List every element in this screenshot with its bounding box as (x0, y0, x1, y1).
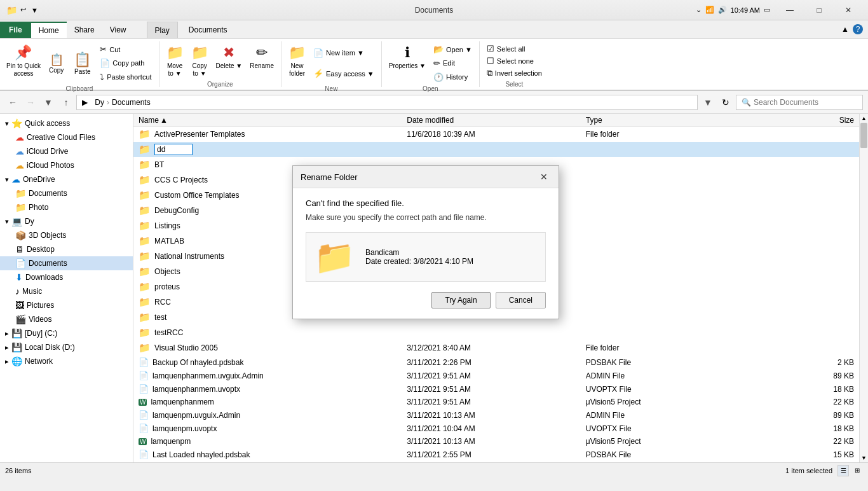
scrollbar-thumb[interactable] (860, 123, 867, 148)
table-row[interactable]: Wlamquenpm 3/11/2021 10:13 AM μVision5 P… (133, 435, 859, 448)
network-icon: 📶 (705, 6, 714, 14)
nav-item-3d-objects[interactable]: 📦 3D Objects (0, 228, 133, 242)
pin-to-quick-access-button[interactable]: 📌 Pin to Quickaccess (4, 43, 43, 80)
forward-button[interactable]: → (23, 95, 38, 110)
copy-button[interactable]: 📋 Copy (44, 51, 68, 76)
properties-button[interactable]: ℹ Properties ▼ (386, 43, 429, 71)
delete-button[interactable]: ✖ Delete ▼ (213, 43, 246, 71)
scrollbar-down[interactable]: ▼ (860, 453, 869, 462)
details-view-button[interactable]: ☰ (837, 465, 849, 476)
table-row[interactable]: 📁Visual Studio 2005 3/12/2021 8:40 AM Fi… (133, 340, 859, 356)
system-tray: ⌄ 📶 🔊 10:49 AM ▭ (696, 6, 770, 14)
cut-button[interactable]: ✂Cut (97, 43, 154, 55)
select-all-button[interactable]: ☑Select all (484, 43, 545, 55)
tab-play[interactable]: Play (147, 22, 178, 38)
table-row[interactable]: 📄Last Loaded nhayled.pdsbak 3/11/2021 2:… (133, 448, 859, 461)
nav-item-pictures[interactable]: 🖼 Pictures (0, 298, 133, 312)
select-none-button[interactable]: ☐Select none (484, 55, 545, 67)
tiles-view-button[interactable]: ⊞ (851, 465, 863, 476)
nav-item-desktop[interactable]: 🖥 Desktop (0, 242, 133, 256)
nav-item-photo[interactable]: 📁 Photo (0, 200, 133, 214)
new-item-button[interactable]: 📄New item ▼ (310, 47, 377, 59)
col-header-type[interactable]: Type (586, 116, 765, 125)
file-name: BT (154, 160, 164, 169)
table-row[interactable]: 📁 (133, 142, 859, 157)
address-path[interactable]: ▶ Dy › Documents (76, 95, 698, 110)
title-bar-right: ⌄ 📶 🔊 10:49 AM ▭ — □ ✕ (696, 0, 863, 20)
try-again-button[interactable]: Try Again (431, 292, 490, 308)
nav-item-documents-onedrive[interactable]: 📁 Documents (0, 186, 133, 200)
nav-item-downloads[interactable]: ⬇ Downloads (0, 270, 133, 284)
ribbon-group-clipboard: 📌 Pin to Quickaccess 📋 Copy 📋 Paste ✂Cut (0, 41, 159, 87)
copy-to-button[interactable]: 📁 Copyto ▼ (188, 43, 212, 80)
up-button[interactable]: ↑ (58, 95, 74, 110)
paste-button[interactable]: 📋 Paste (69, 49, 95, 78)
new-folder-button[interactable]: 📁 Newfolder (285, 43, 309, 80)
search-input[interactable] (754, 98, 857, 107)
qat-undo[interactable]: ↩ (20, 6, 26, 14)
address-dropdown-button[interactable]: ▼ (700, 95, 715, 110)
close-button[interactable]: ✕ (834, 0, 863, 20)
table-row[interactable]: Wlamquenphanmem 3/11/2021 9:51 AM μVisio… (133, 396, 859, 408)
cancel-button[interactable]: Cancel (496, 292, 546, 308)
search-bar[interactable]: 🔍 (736, 95, 863, 110)
path-dy[interactable]: Dy (95, 98, 104, 107)
nav-item-icloud-photos[interactable]: ☁ iCloud Photos (0, 158, 133, 172)
minimize-button[interactable]: — (775, 0, 804, 20)
move-to-button[interactable]: 📁 Moveto ▼ (163, 43, 187, 80)
invert-selection-button[interactable]: ⧉Invert selection (484, 67, 545, 80)
nav-item-quick-access[interactable]: ▾ ⭐ Quick access (0, 116, 133, 130)
maximize-button[interactable]: □ (804, 0, 834, 20)
recent-locations-button[interactable]: ▼ (41, 95, 56, 110)
tab-home[interactable]: Home (31, 22, 67, 38)
history-button[interactable]: 🕐History (430, 71, 475, 83)
col-header-date[interactable]: Date modified (407, 116, 586, 125)
col-header-name[interactable]: Name ▲ (139, 116, 407, 125)
col-header-size[interactable]: Size (764, 116, 854, 125)
paste-shortcut-button[interactable]: ⤵Paste shortcut (97, 71, 154, 83)
qat-dropdown[interactable]: ▼ (31, 6, 38, 14)
table-row[interactable]: 📁testRCC (133, 325, 859, 340)
modal-error-desc: Make sure you specify the correct path a… (306, 213, 546, 222)
desktop-icon[interactable]: ▭ (764, 6, 770, 14)
tab-share[interactable]: Share (67, 22, 102, 38)
modal-close-button[interactable]: ✕ (537, 170, 551, 184)
scrollbar-up[interactable]: ▲ (860, 114, 869, 123)
copy-path-button[interactable]: 📄Copy path (97, 57, 154, 69)
nav-item-onedrive[interactable]: ▾ ☁ OneDrive (0, 172, 133, 186)
nav-item-documents-active[interactable]: 📄 Documents (0, 256, 133, 270)
nav-item-d-drive[interactable]: ▸ 💾 Local Disk (D:) (0, 340, 133, 354)
edit-button[interactable]: ✏Edit (430, 57, 475, 69)
nav-item-icloud-drive[interactable]: ☁ iCloud Drive (0, 144, 133, 158)
table-row[interactable]: Cmain 3/11/2021 10:04 AM C Source 1 KB (133, 461, 859, 462)
path-documents[interactable]: Documents (112, 98, 151, 107)
table-row[interactable]: 📄lamquenphanmem.uvguix.Admin 3/11/2021 9… (133, 369, 859, 382)
easy-access-button[interactable]: ⚡Easy access ▼ (310, 67, 377, 80)
file-name: RCC (154, 298, 171, 307)
rename-input[interactable] (154, 144, 193, 155)
ribbon-help-btn[interactable]: ? (853, 24, 863, 34)
file-name: lamquenphanmem.uvguix.Admin (153, 371, 264, 380)
table-row[interactable]: 📁 ActivePresenter Templates 11/6/2018 10… (133, 127, 859, 142)
nav-item-network[interactable]: ▸ 🌐 Network (0, 354, 133, 368)
refresh-button[interactable]: ↻ (718, 95, 733, 110)
table-row[interactable]: 📄lamquenphanmem.uvoptx 3/11/2021 9:51 AM… (133, 382, 859, 396)
tray-chevron[interactable]: ⌄ (696, 6, 702, 14)
table-row[interactable]: 📄Backup Of nhayled.pdsbak 3/11/2021 2:26… (133, 356, 859, 369)
nav-item-dy[interactable]: ▾ 💻 Dy (0, 214, 133, 228)
tab-view[interactable]: View (102, 22, 134, 38)
file-name: lamquenphanmem.uvoptx (153, 385, 240, 394)
ribbon-collapse-btn[interactable]: ▲ (841, 25, 849, 34)
nav-item-videos[interactable]: 🎬 Videos (0, 312, 133, 326)
back-button[interactable]: ← (5, 95, 20, 110)
nav-item-creative-cloud[interactable]: ☁ Creative Cloud Files (0, 130, 133, 144)
nav-item-c-drive[interactable]: ▸ 💾 [Duy] (C:) (0, 326, 133, 340)
open-button[interactable]: 📂Open ▼ (430, 43, 475, 55)
table-row[interactable]: 📄lamquenpm.uvguix.Admin 3/11/2021 10:13 … (133, 408, 859, 422)
tab-file[interactable]: File (0, 22, 31, 38)
table-row[interactable]: 📄lamquenpm.uvoptx 3/11/2021 10:04 AM UVO… (133, 422, 859, 435)
nav-item-music[interactable]: ♪ Music (0, 284, 133, 298)
rename-button[interactable]: ✏ Rename (247, 43, 277, 71)
file-size: 2 KB (764, 358, 854, 367)
scrollbar[interactable]: ▲ ▼ (859, 114, 868, 462)
